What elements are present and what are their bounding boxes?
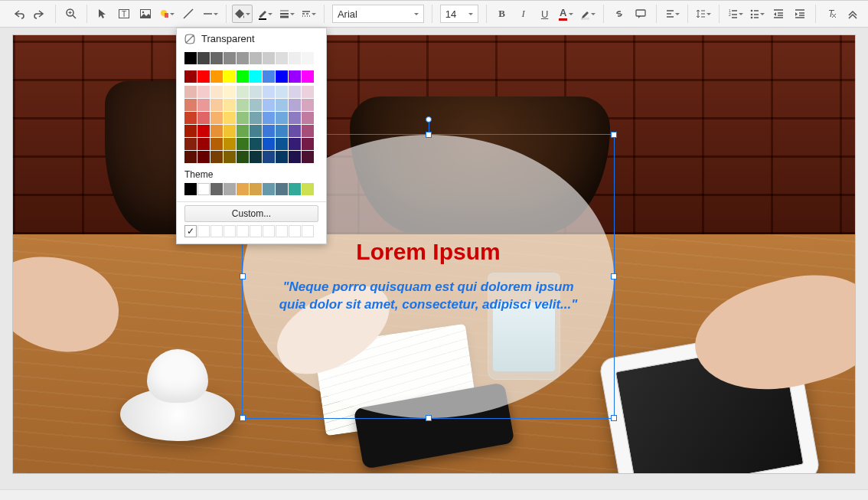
custom-swatch-empty[interactable] [224,225,236,237]
color-swatch[interactable] [302,138,314,150]
color-swatch[interactable] [302,99,314,111]
resize-handle-tr[interactable] [611,132,617,138]
color-swatch[interactable] [224,151,236,163]
custom-color-button[interactable]: Custom... [184,205,318,222]
image-tool[interactable] [136,5,155,23]
insert-comment-button[interactable] [631,5,650,23]
color-swatch[interactable] [276,86,288,98]
line-weight-button[interactable] [277,5,295,23]
color-swatch[interactable] [210,151,223,163]
shape-quote-text[interactable]: "Neque porro quisquam est qui dolorem ip… [273,279,583,314]
color-swatch[interactable] [302,112,314,124]
color-swatch[interactable] [263,86,275,98]
color-swatch[interactable] [197,86,210,98]
color-swatch[interactable] [276,52,288,64]
color-swatch[interactable] [210,112,223,124]
color-swatch[interactable] [224,99,236,111]
color-swatch[interactable] [289,151,301,163]
color-swatch[interactable] [289,99,301,111]
color-swatch[interactable] [224,86,236,98]
select-tool[interactable] [93,5,112,23]
color-swatch[interactable] [237,183,249,195]
shape-tool[interactable] [158,5,176,23]
color-swatch[interactable] [250,112,262,124]
bulleted-list-button[interactable] [748,5,766,23]
current-custom-swatch[interactable]: ✓ [184,225,197,237]
line-spacing-button[interactable] [694,5,713,23]
color-swatch[interactable] [210,52,223,64]
color-swatch[interactable] [302,52,314,64]
italic-button[interactable]: I [514,5,533,23]
color-swatch[interactable] [250,183,262,195]
color-swatch[interactable] [210,70,223,83]
resize-handle-ml[interactable] [240,273,246,279]
custom-swatch-empty[interactable] [289,225,301,237]
horizontal-scrollbar[interactable] [0,489,868,500]
color-swatch[interactable] [289,125,301,137]
clear-formatting-button[interactable]: T [822,5,840,23]
zoom-button[interactable] [62,5,80,23]
resize-handle-mr[interactable] [611,273,617,279]
undo-button[interactable] [9,5,28,23]
color-swatch[interactable] [224,183,236,195]
color-swatch[interactable] [197,70,210,83]
decrease-indent-button[interactable] [769,5,788,23]
color-swatch[interactable] [250,138,262,150]
color-swatch[interactable] [237,70,249,83]
color-swatch[interactable] [263,99,275,111]
numbered-list-button[interactable]: 12 [726,5,744,23]
line-dash-button[interactable] [299,5,318,23]
color-swatch[interactable] [224,138,236,150]
color-swatch[interactable] [210,86,223,98]
color-swatch[interactable] [276,151,288,163]
color-swatch[interactable] [250,99,262,111]
rotate-handle[interactable] [426,116,432,123]
color-swatch[interactable] [184,99,197,111]
custom-swatch-empty[interactable] [197,225,210,237]
color-swatch[interactable] [184,125,197,137]
color-swatch[interactable] [197,125,210,137]
text-color-button[interactable]: A [557,5,576,23]
insert-link-button[interactable] [610,5,628,23]
resize-handle-bl[interactable] [240,415,246,421]
color-swatch[interactable] [276,99,288,111]
color-swatch[interactable] [276,70,288,83]
color-swatch[interactable] [263,112,275,124]
color-swatch[interactable] [184,70,197,83]
color-swatch[interactable] [302,125,314,137]
color-swatch[interactable] [250,125,262,137]
color-swatch[interactable] [289,70,301,83]
line-tool[interactable] [179,5,197,23]
color-swatch[interactable] [289,86,301,98]
underline-button[interactable]: U [536,5,554,23]
slide[interactable]: Lorem Ipsum "Neque porro quisquam est qu… [13,35,855,473]
custom-swatch-empty[interactable] [302,225,314,237]
custom-swatch-empty[interactable] [237,225,249,237]
color-swatch[interactable] [263,125,275,137]
color-swatch[interactable] [237,151,249,163]
custom-swatch-empty[interactable] [210,225,223,237]
transparent-option[interactable]: Transparent [177,28,326,49]
color-swatch[interactable] [302,183,314,195]
color-swatch[interactable] [184,86,197,98]
color-swatch[interactable] [184,52,197,64]
color-swatch[interactable] [302,70,314,83]
color-swatch[interactable] [276,183,288,195]
color-swatch[interactable] [250,70,262,83]
color-swatch[interactable] [184,112,197,124]
color-swatch[interactable] [197,138,210,150]
color-swatch[interactable] [197,52,210,64]
bold-button[interactable]: B [493,5,511,23]
color-swatch[interactable] [302,86,314,98]
line-color-button[interactable] [256,5,274,23]
color-swatch[interactable] [276,112,288,124]
color-swatch[interactable] [263,138,275,150]
font-family-select[interactable]: Arial [332,5,424,23]
resize-handle-bm[interactable] [426,415,432,421]
color-swatch[interactable] [224,52,236,64]
color-swatch[interactable] [237,86,249,98]
color-swatch[interactable] [250,86,262,98]
more-tools-button[interactable] [844,5,862,23]
color-swatch[interactable] [263,70,275,83]
color-swatch[interactable] [184,183,197,195]
